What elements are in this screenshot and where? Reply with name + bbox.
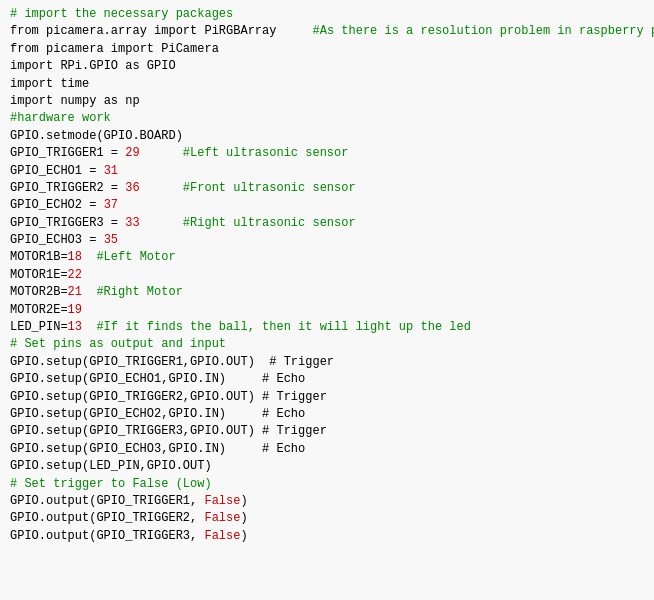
code-line: GPIO.setmode(GPIO.BOARD) xyxy=(10,128,644,145)
code-line: GPIO_ECHO3 = 35 xyxy=(10,232,644,249)
code-line: GPIO_TRIGGER2 = 36 #Front ultrasonic sen… xyxy=(10,180,644,197)
code-line: import time xyxy=(10,76,644,93)
code-line: GPIO.output(GPIO_TRIGGER3, False) xyxy=(10,528,644,545)
code-line: GPIO_TRIGGER1 = 29 #Left ultrasonic sens… xyxy=(10,145,644,162)
code-line: LED_PIN=13 #If it finds the ball, then i… xyxy=(10,319,644,336)
code-line: GPIO.setup(GPIO_ECHO3,GPIO.IN) # Echo xyxy=(10,441,644,458)
code-line: GPIO.setup(GPIO_TRIGGER2,GPIO.OUT) # Tri… xyxy=(10,389,644,406)
code-line: GPIO_TRIGGER3 = 33 #Right ultrasonic sen… xyxy=(10,215,644,232)
code-line: MOTOR2B=21 #Right Motor xyxy=(10,284,644,301)
code-line: GPIO.setup(GPIO_TRIGGER3,GPIO.OUT) # Tri… xyxy=(10,423,644,440)
code-line: GPIO.setup(GPIO_TRIGGER1,GPIO.OUT) # Tri… xyxy=(10,354,644,371)
code-line: GPIO.setup(GPIO_ECHO1,GPIO.IN) # Echo xyxy=(10,371,644,388)
code-line: MOTOR1B=18 #Left Motor xyxy=(10,249,644,266)
code-line: import numpy as np xyxy=(10,93,644,110)
code-line: GPIO.setup(GPIO_ECHO2,GPIO.IN) # Echo xyxy=(10,406,644,423)
code-line: GPIO.output(GPIO_TRIGGER2, False) xyxy=(10,510,644,527)
code-line: import RPi.GPIO as GPIO xyxy=(10,58,644,75)
code-line: MOTOR2E=19 xyxy=(10,302,644,319)
code-line: GPIO.output(GPIO_TRIGGER1, False) xyxy=(10,493,644,510)
code-line: # Set trigger to False (Low) xyxy=(10,476,644,493)
code-line: # Set pins as output and input xyxy=(10,336,644,353)
code-editor: # import the necessary packagesfrom pica… xyxy=(0,0,654,600)
code-line: GPIO_ECHO2 = 37 xyxy=(10,197,644,214)
code-line: from picamera import PiCamera xyxy=(10,41,644,58)
code-line: MOTOR1E=22 xyxy=(10,267,644,284)
code-line: from picamera.array import PiRGBArray #A… xyxy=(10,23,644,40)
code-line: GPIO_ECHO1 = 31 xyxy=(10,163,644,180)
code-line: #hardware work xyxy=(10,110,644,127)
code-line: # import the necessary packages xyxy=(10,6,644,23)
code-line: GPIO.setup(LED_PIN,GPIO.OUT) xyxy=(10,458,644,475)
